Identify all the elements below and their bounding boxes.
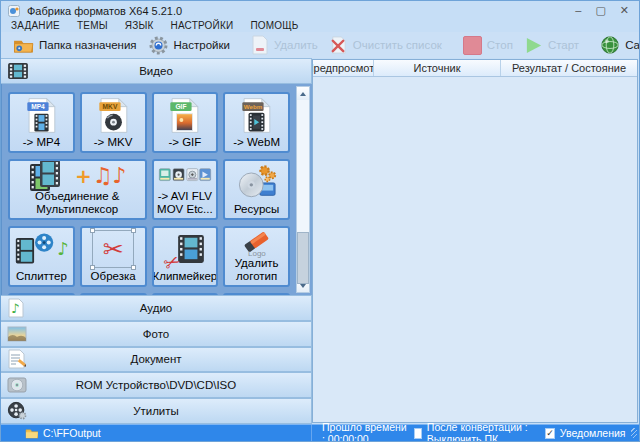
website-button[interactable]: Сайт программы	[596, 33, 640, 57]
stop-button[interactable]: Стоп	[459, 34, 520, 57]
category-sections: ♪ Аудио Фото Документ	[1, 295, 312, 424]
notifications-checkbox[interactable]: ✓	[545, 428, 555, 439]
app-icon	[8, 5, 20, 17]
trim-button[interactable]: ✂ Обрезка	[80, 226, 147, 287]
shutdown-checkbox[interactable]	[414, 428, 422, 439]
section-audio-label: Аудио	[1, 302, 311, 314]
status-right-area: Прошло времени : 00:00:00 После конверта…	[312, 425, 639, 441]
scroll-up-button[interactable]	[297, 87, 309, 100]
scissors-icon: ✂	[103, 237, 124, 262]
settings-button[interactable]: Настройки	[144, 33, 237, 58]
convert-webm-label: -> WebM	[231, 136, 282, 151]
resources-button[interactable]: Ресурсы	[223, 159, 290, 220]
menu-help[interactable]: ПОМОЩЬ	[250, 20, 298, 31]
status-bar: C:\FFOutput Прошло времени : 00:00:00 По…	[1, 424, 639, 441]
convert-gif-button[interactable]: GIF -> GIF	[152, 92, 219, 153]
convert-avi-flv-label: -> AVI FLV MOV Etc...	[154, 190, 217, 218]
clear-list-icon	[329, 36, 348, 55]
convert-mp4-button[interactable]: MP4 -> MP4	[8, 92, 75, 153]
video-scrollbar[interactable]	[296, 86, 310, 293]
column-source[interactable]: Источник	[374, 60, 501, 76]
gif-file-icon: GIF	[168, 94, 201, 136]
column-result-state[interactable]: Результат / Состояние	[501, 60, 637, 76]
section-photo[interactable]: Фото	[1, 321, 312, 347]
convert-mp4-label: -> MP4	[21, 136, 62, 151]
gear-icon	[148, 35, 169, 56]
settings-label: Настройки	[174, 39, 230, 51]
arrow-up-icon	[300, 92, 306, 96]
toolbar: Папка назначения Настройки Удалить Очист…	[1, 32, 639, 58]
menu-task[interactable]: ЗАДАНИЕ	[11, 20, 60, 31]
section-audio[interactable]: ♪ Аудио	[1, 295, 312, 321]
menu-themes[interactable]: ТЕМЫ	[77, 20, 108, 31]
notifications-label[interactable]: Уведомления	[560, 427, 626, 439]
svg-text:MKV: MKV	[102, 103, 117, 110]
shutdown-label[interactable]: После конвертации : Выключить ПК	[427, 421, 540, 442]
remove-logo-button[interactable]: Logo Удалить логотип	[223, 226, 290, 287]
output-path: C:\FFOutput	[43, 427, 101, 439]
section-utilities[interactable]: Утилиты	[1, 398, 312, 424]
output-folder-label: Папка назначения	[39, 39, 137, 51]
main-area: Видео MP4 -> MP4 MKV -> MK	[1, 58, 639, 424]
convert-webm-button[interactable]: Webm -> WebM	[223, 92, 290, 153]
plus-icon: +	[75, 166, 92, 186]
remove-page-icon	[251, 35, 269, 55]
elapsed-time: Прошло времени : 00:00:00	[322, 421, 409, 442]
video-tools-grid: MP4 -> MP4 MKV -> MKV GIF	[8, 84, 290, 295]
column-preview[interactable]: Предпросмотр	[313, 60, 374, 76]
title-bar: Фабрика форматов X64 5.21.0 – ▢ ✕	[1, 1, 639, 18]
clear-list-label: Очистить список	[353, 39, 442, 51]
section-photo-label: Фото	[1, 328, 311, 340]
folder-icon	[13, 37, 34, 54]
section-video-label: Видео	[1, 65, 311, 77]
convert-mkv-button[interactable]: MKV -> MKV	[80, 92, 147, 153]
maximize-button[interactable]: ▢	[595, 5, 605, 16]
merge-mux-button[interactable]: + ♫♪ Объединение & Мультиплексор	[8, 159, 147, 220]
delete-button[interactable]: Удалить	[247, 33, 325, 57]
delete-label: Удалить	[274, 39, 318, 51]
clipmaker-icon: ✂	[164, 228, 206, 270]
task-list-panel: Предпросмотр Источник Результат / Состоя…	[312, 59, 638, 423]
scrollbar-track[interactable]	[297, 100, 309, 279]
music-note-icon: ♪	[57, 240, 69, 258]
menu-settings[interactable]: НАСТРОЙКИ	[170, 20, 233, 31]
close-button[interactable]: ✕	[620, 5, 629, 16]
output-path-area[interactable]: C:\FFOutput	[1, 425, 312, 441]
folder-small-icon	[25, 428, 38, 439]
clear-list-button[interactable]: Очистить список	[325, 34, 449, 57]
scrollbar-thumb[interactable]	[297, 232, 309, 284]
mkv-file-icon: MKV	[97, 94, 130, 136]
disc-gears-icon	[236, 161, 278, 203]
section-video[interactable]: Видео	[1, 58, 312, 84]
mp4-file-icon: MP4	[25, 94, 58, 136]
convert-mkv-label: -> MKV	[92, 136, 135, 151]
minimize-button[interactable]: –	[575, 5, 581, 16]
selection-marquee: ✂	[92, 230, 134, 268]
menu-language[interactable]: ЯЗЫК	[125, 20, 154, 31]
convert-gif-label: -> GIF	[166, 136, 203, 151]
section-document[interactable]: Документ	[1, 347, 312, 373]
svg-text:GIF: GIF	[176, 103, 187, 110]
section-rom-device[interactable]: ROM Устройство\DVD\CD\ISO	[1, 372, 312, 398]
clipmaker-button[interactable]: ✂ Клипмейкер	[152, 226, 219, 287]
start-label: Старт	[548, 39, 579, 51]
globe-icon	[600, 35, 620, 55]
merge-mux-label: Объединение & Мультиплексор	[10, 190, 145, 218]
resize-grip-icon[interactable]	[631, 428, 637, 438]
output-folder-button[interactable]: Папка назначения	[9, 35, 144, 56]
remove-logo-label: Удалить логотип	[225, 257, 288, 285]
section-rom-label: ROM Устройство\DVD\CD\ISO	[1, 379, 311, 391]
splitter-label: Сплиттер	[14, 270, 69, 285]
start-icon	[524, 36, 543, 55]
eraser-logo-icon: Logo	[236, 228, 278, 257]
film-reel-note-icon: ♪	[14, 228, 69, 270]
section-document-label: Документ	[1, 353, 311, 365]
start-button[interactable]: Старт	[520, 34, 586, 57]
convert-avi-flv-button[interactable]: -> AVI FLV MOV Etc...	[152, 159, 219, 220]
webm-file-icon: Webm	[240, 94, 273, 136]
task-table-body[interactable]	[313, 77, 637, 422]
svg-text:Webm: Webm	[244, 103, 263, 110]
clipmaker-label: Клипмейкер	[152, 270, 219, 285]
splitter-button[interactable]: ♪ Сплиттер	[8, 226, 75, 287]
svg-text:Logo: Logo	[248, 249, 266, 258]
